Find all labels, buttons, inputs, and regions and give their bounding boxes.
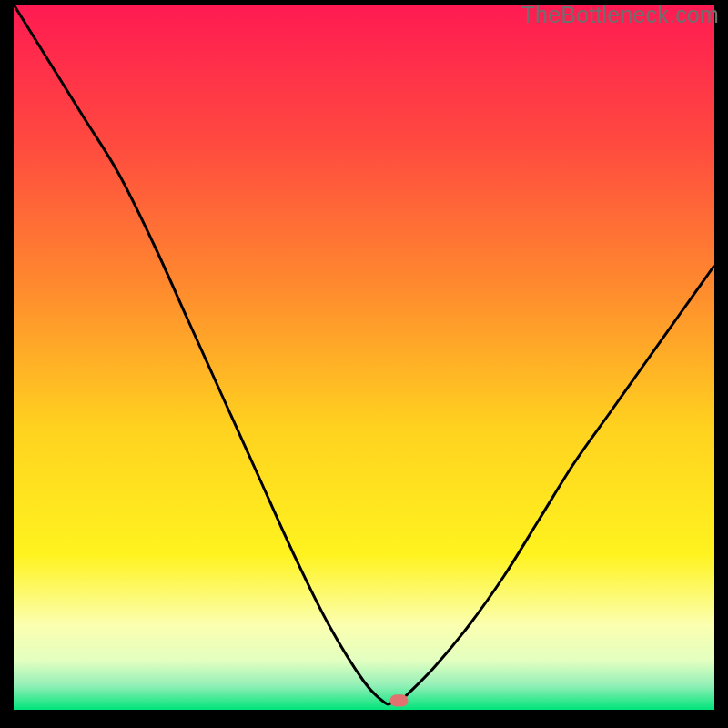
plot-background <box>14 5 714 710</box>
watermark-text: TheBottleneck.com <box>521 2 719 28</box>
chart-container: TheBottleneck.com <box>0 0 728 728</box>
bottleneck-plot <box>14 5 714 710</box>
optimum-marker <box>389 694 408 706</box>
